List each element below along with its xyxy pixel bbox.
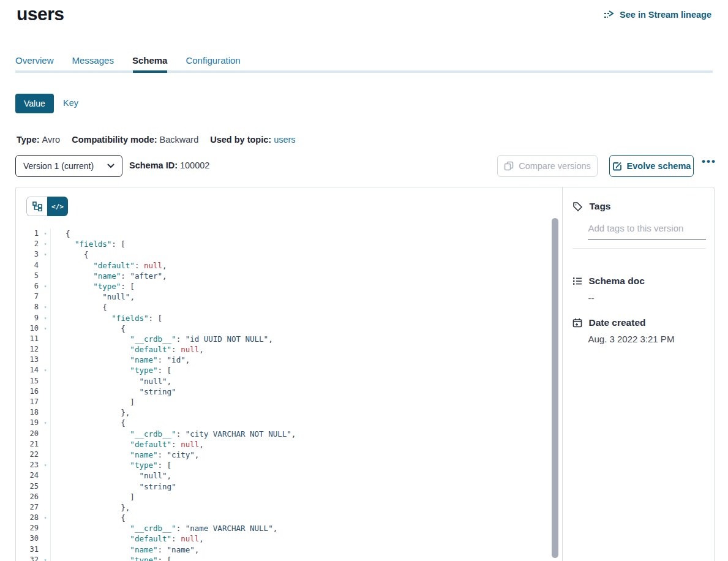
fold-spacer [40, 533, 50, 544]
code-line: 17 ] [16, 397, 562, 407]
code-line: 27 }, [16, 502, 562, 513]
fold-toggle-icon[interactable]: ▾ [40, 239, 50, 249]
fold-spacer [40, 439, 50, 450]
line-number: 13 [16, 355, 40, 365]
schema-code[interactable]: 1▾{2▾ "fields": [3▾ {4 "default": null,5… [16, 228, 562, 561]
sidebar-divider [572, 248, 706, 249]
code-line: 9▾ "fields": [ [16, 313, 562, 323]
edit-icon [612, 161, 622, 171]
page-title: users [17, 4, 64, 24]
code-line: 1▾{ [16, 228, 562, 239]
code-line: 25 "string" [16, 481, 562, 492]
editor-view-toggle: </> [26, 197, 68, 216]
date-created-heading: Date created [572, 317, 645, 328]
line-number: 12 [16, 344, 40, 355]
schema-id-label: Schema ID: [129, 160, 178, 170]
evolve-schema-button[interactable]: Evolve schema [609, 155, 694, 177]
code-line: 24 "null", [16, 470, 562, 481]
code-line: 2▾ "fields": [ [16, 239, 562, 249]
schema-id-value: 100002 [180, 160, 209, 170]
line-number: 11 [16, 334, 40, 344]
code-line: 15 "null", [16, 376, 562, 386]
fold-toggle-icon[interactable]: ▾ [40, 313, 50, 323]
schema-doc-value: -- [588, 293, 594, 303]
code-line: 6▾ "type": [ [16, 281, 562, 292]
code-line: 32▾ "type": [ [16, 555, 562, 561]
line-number: 22 [16, 450, 40, 460]
line-number: 32 [16, 555, 40, 561]
fold-toggle-icon[interactable]: ▾ [40, 228, 50, 239]
fold-spacer [40, 397, 50, 407]
code-line: 13 "name": "id", [16, 355, 562, 365]
fold-toggle-icon[interactable]: ▾ [40, 365, 50, 375]
fold-spacer [40, 344, 50, 355]
compatibility-label: Compatibility mode: [72, 135, 157, 145]
code-view-button[interactable]: </> [47, 197, 68, 216]
chevron-down-icon [107, 164, 114, 168]
code-line: 30 "default": null, [16, 533, 562, 544]
fold-spacer [40, 523, 50, 533]
fold-spacer [40, 386, 50, 397]
value-toggle-button[interactable]: Value [15, 94, 54, 113]
compare-versions-button[interactable]: Compare versions [497, 155, 598, 177]
fold-spacer [40, 492, 50, 502]
fold-toggle-icon[interactable]: ▾ [40, 302, 50, 312]
schema-id-field: Schema ID:100002 [129, 160, 209, 170]
line-number: 4 [16, 260, 40, 271]
schema-doc-heading-label: Schema doc [588, 276, 644, 287]
code-scrollbar[interactable] [552, 218, 558, 558]
compare-versions-label: Compare versions [519, 161, 591, 171]
line-number: 23 [16, 460, 40, 470]
line-number: 10 [16, 323, 40, 334]
key-toggle-button[interactable]: Key [63, 98, 78, 108]
tree-view-button[interactable] [26, 197, 47, 216]
fold-toggle-icon[interactable]: ▾ [40, 249, 50, 260]
version-dropdown[interactable]: Version 1 (current) [15, 155, 122, 177]
fold-toggle-icon[interactable]: ▾ [40, 460, 50, 470]
fold-toggle-icon[interactable]: ▾ [40, 323, 50, 334]
line-number: 6 [16, 281, 40, 292]
line-number: 2 [16, 239, 40, 249]
add-tags-input[interactable] [588, 220, 706, 239]
fold-toggle-icon[interactable]: ▾ [40, 555, 50, 561]
fold-spacer [40, 260, 50, 271]
code-line: 4 "default": null, [16, 260, 562, 271]
line-number: 1 [16, 228, 40, 239]
type-value: Avro [42, 135, 61, 145]
version-dropdown-value: Version 1 (current) [23, 161, 94, 171]
compatibility-field: Compatibility mode:Backward [72, 135, 198, 145]
line-number: 24 [16, 470, 40, 481]
fold-toggle-icon[interactable]: ▾ [40, 513, 50, 523]
code-line: 12 "default": null, [16, 344, 562, 355]
stream-lineage-link[interactable]: See in Stream lineage [604, 10, 711, 20]
topic-link[interactable]: users [274, 135, 295, 145]
line-number: 9 [16, 313, 40, 323]
schema-editor: </> 1▾{2▾ "fields": [3▾ {4 "default": nu… [16, 187, 562, 561]
type-field: Type:Avro [17, 135, 60, 145]
code-line: 16 "string" [16, 386, 562, 397]
line-number: 18 [16, 407, 40, 418]
fold-spacer [40, 450, 50, 460]
schema-doc-heading: Schema doc [572, 276, 644, 287]
schema-panel: </> 1▾{2▾ "fields": [3▾ {4 "default": nu… [15, 187, 715, 561]
code-line: 11 "__crdb__": "id UUID NOT NULL", [16, 334, 562, 344]
more-actions-button[interactable]: ••• [702, 156, 716, 168]
stream-lineage-icon [604, 10, 615, 19]
fold-spacer [40, 334, 50, 344]
line-number: 7 [16, 292, 40, 302]
fold-spacer [40, 429, 50, 439]
fold-toggle-icon[interactable]: ▾ [40, 281, 50, 292]
line-number: 15 [16, 376, 40, 386]
code-line: 14▾ "type": [ [16, 365, 562, 375]
compatibility-value: Backward [160, 135, 199, 145]
fold-toggle-icon[interactable]: ▾ [40, 418, 50, 428]
code-line: 20 "__crdb__": "city VARCHAR NOT NULL", [16, 429, 562, 439]
fold-spacer [40, 407, 50, 418]
calendar-add-icon [572, 318, 582, 328]
tag-icon [572, 201, 583, 212]
fold-spacer [40, 355, 50, 365]
date-created-value: Aug. 3 2022 3:21 PM [588, 334, 674, 344]
fold-spacer [40, 271, 50, 281]
fold-spacer [40, 481, 50, 492]
fold-spacer [40, 376, 50, 386]
